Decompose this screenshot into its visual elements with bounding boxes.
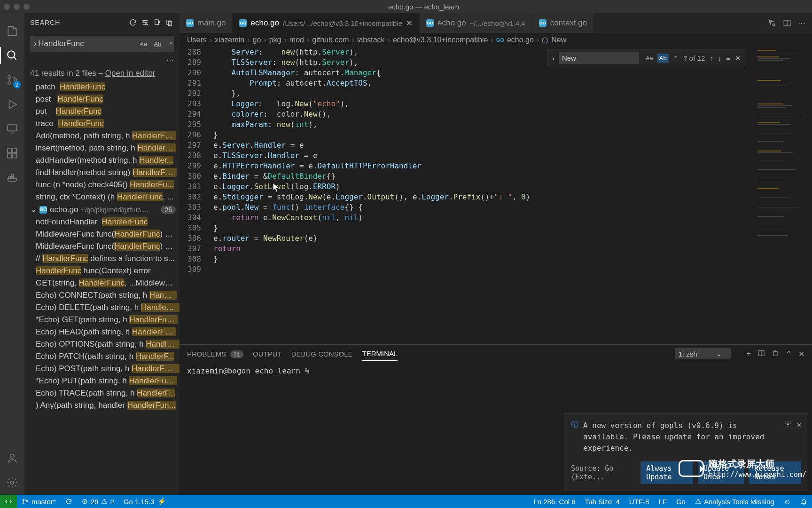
breadcrumb-item[interactable]: pkg bbox=[269, 36, 281, 44]
search-result[interactable]: notFoundHandler HandlerFunc bbox=[30, 216, 180, 228]
close-window[interactable] bbox=[4, 4, 10, 10]
refresh-icon[interactable] bbox=[129, 18, 137, 27]
search-result[interactable]: Echo) PATCH(path string, h HandlerF... bbox=[30, 350, 180, 363]
output-tab[interactable]: OUTPUT bbox=[253, 347, 282, 361]
git-branch[interactable]: master* bbox=[17, 498, 61, 506]
account-icon[interactable] bbox=[0, 446, 24, 470]
split-terminal-icon[interactable] bbox=[757, 349, 765, 358]
tab-main-go[interactable]: GO main.go bbox=[180, 13, 233, 33]
remote-button[interactable] bbox=[0, 495, 17, 508]
terminal-body[interactable]: xiazemin@bogon echo_learn % ⓘ A new vers… bbox=[180, 363, 812, 495]
problems-tab[interactable]: PROBLEMS 31 bbox=[187, 347, 243, 361]
search-result[interactable]: insert(method, path string, h HandlerF..… bbox=[30, 142, 180, 154]
tab-echo-go-active[interactable]: GO echo.go /Users/.../echo@v3.3.10+incom… bbox=[233, 13, 420, 33]
chevron-down-icon[interactable]: ⌄ bbox=[30, 205, 37, 214]
problems-status[interactable]: ⊘29 2 bbox=[77, 497, 119, 506]
new-file-icon[interactable] bbox=[153, 18, 162, 27]
search-result[interactable]: GET(string, HandlerFunc, ...Middlewar... bbox=[30, 277, 180, 289]
search-result[interactable]: Echo) CONNECT(path string, h Handl... bbox=[30, 289, 180, 302]
match-case-icon[interactable]: Aa bbox=[644, 54, 655, 63]
breadcrumb-item[interactable]: labstack bbox=[357, 36, 385, 44]
search-result[interactable]: trace HandlerFunc bbox=[30, 118, 180, 130]
clear-icon[interactable] bbox=[141, 18, 149, 27]
breadcrumb-item[interactable]: mod bbox=[289, 36, 304, 44]
search-result[interactable]: HandlerFunc func(Context) error bbox=[30, 265, 180, 277]
language-status[interactable]: Go bbox=[671, 498, 690, 506]
extensions-tab[interactable] bbox=[0, 141, 24, 166]
maximize-window[interactable] bbox=[23, 4, 30, 10]
search-result[interactable]: addHandler(method string, h Handler... bbox=[30, 154, 180, 167]
go-version[interactable]: Go 1.15.3 ⚡ bbox=[119, 497, 171, 506]
code-content[interactable]: Server: new(http.Server), TLSServer: new… bbox=[210, 47, 756, 344]
maximize-panel-icon[interactable]: ⌃ bbox=[786, 349, 792, 358]
split-icon[interactable] bbox=[783, 19, 791, 27]
editor-body[interactable]: › Aa Ab .* ? of 12 ↑ ↓ ≡ ✕ 288 289 290 2… bbox=[180, 47, 812, 344]
terminal-selector[interactable]: 1: zsh ⌄ bbox=[675, 348, 731, 359]
search-result[interactable]: *Echo) GET(path string, h HandlerFun... bbox=[30, 314, 180, 326]
search-result[interactable]: MiddlewareFunc func(HandlerFunc) H... bbox=[30, 228, 180, 240]
minimap[interactable] bbox=[756, 47, 812, 344]
debug-console-tab[interactable]: DEBUG CONSOLE bbox=[291, 347, 353, 361]
chevron-right-icon[interactable]: › bbox=[34, 40, 36, 48]
more-icon[interactable]: ⋯ bbox=[798, 19, 805, 28]
search-result[interactable]: findHandler(method string) HandlerFu... bbox=[30, 167, 180, 179]
toggle-details-icon[interactable]: ⋯ bbox=[24, 56, 180, 66]
eol-status[interactable]: LF bbox=[654, 498, 671, 506]
minimize-window[interactable] bbox=[14, 4, 20, 10]
results-list[interactable]: patch HandlerFunc post HandlerFunc put H… bbox=[24, 81, 180, 495]
explorer-tab[interactable] bbox=[0, 19, 24, 43]
analysis-status[interactable]: ⚠Analysis Tools Missing bbox=[690, 497, 779, 506]
docker-tab[interactable] bbox=[0, 166, 24, 190]
breadcrumb-item[interactable]: xiazemin bbox=[215, 36, 244, 44]
search-result[interactable]: Echo) DELETE(path string, h HandlerF... bbox=[30, 302, 180, 314]
close-icon[interactable]: ✕ bbox=[796, 420, 801, 429]
close-icon[interactable]: ✕ bbox=[735, 54, 741, 63]
indent-status[interactable]: Tab Size: 4 bbox=[580, 498, 625, 506]
settings-icon[interactable] bbox=[0, 470, 24, 495]
prev-match-icon[interactable]: ↑ bbox=[710, 54, 713, 62]
tab-echo-go-v144[interactable]: GO echo.go ~/.../echo@v1.4.4 bbox=[420, 13, 532, 33]
compare-icon[interactable] bbox=[768, 19, 776, 27]
search-result[interactable]: MiddlewareFunc func(HandlerFunc) H... bbox=[30, 240, 180, 253]
breadcrumb-item[interactable]: echo.go bbox=[507, 36, 534, 44]
search-result[interactable]: func (n *node) check405() HandlerFu... bbox=[30, 179, 180, 191]
regex-icon[interactable]: .* bbox=[166, 40, 174, 48]
search-result[interactable]: string, ctx *Context) (h HandlerFunc, ..… bbox=[30, 191, 180, 203]
cursor-position[interactable]: Ln 286, Col 6 bbox=[529, 498, 580, 506]
search-result[interactable]: ) Any(path string, handler HandlerFun... bbox=[30, 399, 180, 412]
search-result[interactable]: Echo) OPTIONS(path string, h Handler... bbox=[30, 338, 180, 350]
whole-word-icon[interactable]: Ab bbox=[152, 40, 163, 48]
search-tab[interactable] bbox=[0, 43, 24, 68]
feedback-icon[interactable]: ☺ bbox=[779, 498, 796, 506]
chevron-right-icon[interactable]: › bbox=[552, 54, 554, 62]
scm-tab[interactable]: 2 bbox=[0, 68, 24, 92]
search-result[interactable]: post HandlerFunc bbox=[30, 93, 180, 105]
search-result[interactable]: Echo) HEAD(path string, h HandlerFu... bbox=[30, 326, 180, 338]
find-input[interactable] bbox=[559, 52, 639, 64]
search-result[interactable]: put HandlerFunc bbox=[30, 105, 180, 118]
breadcrumb-item[interactable]: go bbox=[253, 36, 261, 44]
breadcrumb[interactable]: Users› xiazemin› go› pkg› mod› github.co… bbox=[180, 33, 812, 47]
new-terminal-icon[interactable]: + bbox=[747, 349, 751, 358]
search-result[interactable]: Add(method, path string, h HandlerFu... bbox=[30, 130, 180, 142]
remote-tab[interactable] bbox=[0, 117, 24, 141]
terminal-tab[interactable]: TERMINAL bbox=[362, 347, 398, 361]
encoding-status[interactable]: UTF-8 bbox=[625, 498, 654, 506]
search-result[interactable]: Echo) TRACE(path string, h HandlerF... bbox=[30, 387, 180, 399]
search-result[interactable]: // HandlerFunc defines a function to s..… bbox=[30, 253, 180, 265]
whole-word-icon[interactable]: Ab bbox=[657, 54, 669, 63]
sync-button[interactable] bbox=[61, 498, 77, 505]
kill-terminal-icon[interactable] bbox=[772, 349, 779, 358]
search-result[interactable]: patch HandlerFunc bbox=[30, 81, 180, 93]
gear-icon[interactable] bbox=[784, 420, 792, 429]
regex-icon[interactable]: .* bbox=[671, 54, 679, 63]
match-case-icon[interactable]: Aa bbox=[138, 40, 149, 48]
close-icon[interactable]: ✕ bbox=[406, 18, 413, 28]
breadcrumb-item[interactable]: echo@v3.3.10+incompatible bbox=[393, 36, 488, 44]
search-result[interactable]: Echo) POST(path string, h HandlerFun... bbox=[30, 363, 180, 375]
next-match-icon[interactable]: ↓ bbox=[718, 54, 722, 62]
collapse-icon[interactable] bbox=[165, 18, 174, 27]
breadcrumb-item[interactable]: Users bbox=[187, 36, 207, 44]
search-result[interactable]: *Echo) PUT(path string, h HandlerFun... bbox=[30, 375, 180, 387]
run-tab[interactable] bbox=[0, 92, 24, 117]
